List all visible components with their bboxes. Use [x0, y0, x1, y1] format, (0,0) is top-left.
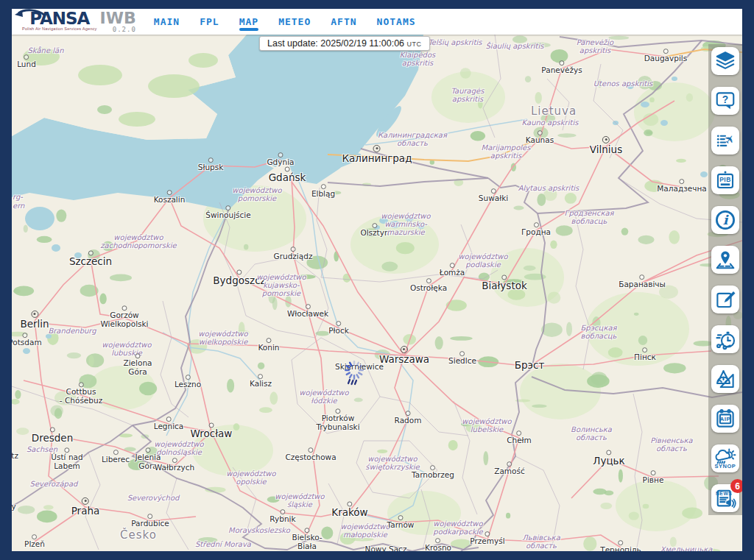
news-badge-count: 6 — [730, 479, 742, 493]
edit-icon — [714, 288, 736, 311]
measure-button[interactable] — [711, 365, 739, 393]
svg-text:AIP: AIP — [719, 416, 730, 422]
aip-button[interactable]: AIP — [711, 405, 739, 433]
route-timer-icon — [714, 328, 736, 350]
synop-icon: SYNOP — [714, 447, 736, 469]
edit-button[interactable] — [711, 286, 739, 313]
aip-icon: AIP — [714, 408, 736, 430]
help-icon: ? — [714, 90, 736, 112]
pansa-logo[interactable]: PANSA Polish Air Navigation Services Age… — [22, 11, 136, 33]
news-button[interactable]: NEWS6 — [711, 484, 739, 512]
window-frame: PANSA Polish Air Navigation Services Age… — [0, 0, 754, 560]
brand-product: IWB — [100, 11, 136, 25]
pib-button[interactable]: PIB — [711, 166, 739, 194]
last-update-badge: Last update: 2025/02/19 11:00:06 UTC — [259, 36, 430, 51]
brand-tagline: Polish Air Navigation Services Agency — [22, 26, 97, 31]
layers-button[interactable] — [711, 47, 739, 75]
last-update-prefix: Last update: — [267, 38, 318, 49]
help-button[interactable]: ? — [711, 87, 739, 115]
layers-icon — [714, 50, 736, 72]
svg-text:NEWS: NEWS — [716, 491, 732, 496]
svg-text:SYNOP: SYNOP — [715, 463, 736, 469]
location-icon — [714, 249, 736, 271]
last-update-datetime: 2025/02/19 11:00:06 — [320, 38, 404, 49]
svg-text:i: i — [723, 213, 729, 227]
synop-button[interactable]: SYNOP — [711, 444, 739, 472]
app-header: PANSA Polish Air Navigation Services Age… — [12, 9, 742, 35]
flight-plans-icon: ✈ — [714, 130, 736, 152]
svg-text:✈: ✈ — [721, 131, 736, 146]
info-icon: i — [714, 209, 736, 231]
route-timer-button[interactable] — [711, 325, 739, 353]
map-canvas[interactable]: Skåne länLundrg-ernŚwinoujścieKoszalinSł… — [12, 35, 742, 551]
tab-notams[interactable]: NOTAMS — [377, 13, 416, 31]
info-button[interactable]: i — [711, 206, 739, 234]
pansa-swoosh-icon — [13, 8, 46, 20]
tab-map[interactable]: MAP — [239, 13, 258, 31]
main-nav: MAINFPLMAPMETEOAFTNNOTAMS — [154, 13, 416, 31]
tab-meteo[interactable]: METEO — [278, 13, 311, 31]
brand-version: 0.2.0 — [113, 26, 136, 33]
tab-fpl[interactable]: FPL — [200, 13, 219, 31]
measure-icon — [714, 368, 736, 390]
last-update-timezone: UTC — [407, 40, 422, 48]
location-button[interactable] — [711, 246, 739, 274]
svg-text:PIB: PIB — [719, 176, 731, 183]
tab-main[interactable]: MAIN — [154, 13, 180, 31]
svg-text:?: ? — [722, 94, 728, 105]
flight-plans-button[interactable]: ✈ — [711, 127, 739, 155]
tool-rail: ?✈PIBiAIPSYNOPNEWS6 — [708, 44, 742, 515]
tab-aftn[interactable]: AFTN — [331, 13, 356, 31]
pib-icon: PIB — [714, 169, 736, 191]
